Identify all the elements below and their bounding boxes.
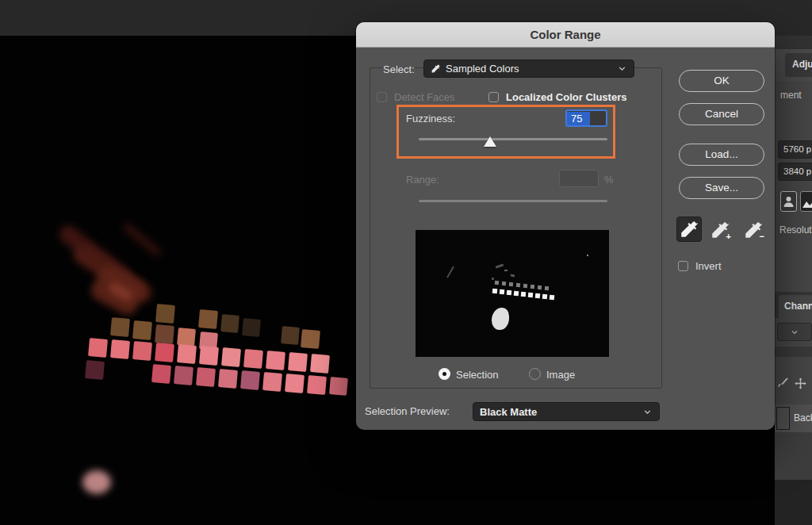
palette-swatch xyxy=(329,377,348,396)
ok-button[interactable]: OK xyxy=(679,70,764,92)
doc-width-field[interactable]: 5760 p xyxy=(778,140,812,159)
preview-swatch-mark xyxy=(535,293,541,299)
eyedropper-icon xyxy=(431,63,441,74)
eyedropper-subtract-button[interactable]: − xyxy=(743,220,764,240)
cancel-button[interactable]: Cancel xyxy=(679,103,764,125)
palette-swatch xyxy=(85,360,105,380)
preview-swatch-mark xyxy=(514,291,519,297)
doc-height-field[interactable]: 3840 p xyxy=(778,163,812,181)
palette-swatch xyxy=(132,320,152,340)
save-button[interactable]: Save... xyxy=(679,177,764,199)
move-tool-icon[interactable] xyxy=(794,377,807,390)
preview-faint-mark xyxy=(587,255,588,256)
preview-swatch-mark xyxy=(495,281,499,285)
panel-divider-strip xyxy=(775,36,812,49)
image-radio[interactable] xyxy=(529,368,541,380)
preview-faint-mark xyxy=(496,263,504,268)
preview-swatch-mark xyxy=(500,289,505,295)
selection-preview-label: Selection Preview: xyxy=(365,405,450,417)
select-dropdown[interactable]: Sampled Colors xyxy=(423,59,634,78)
selection-preview-dropdown[interactable]: Black Matte xyxy=(473,402,660,421)
invert-label: Invert xyxy=(695,260,722,272)
fuzziness-slider[interactable] xyxy=(419,138,607,151)
preview-swatch-mark xyxy=(492,289,498,294)
localized-clusters-label: Localized Color Clusters xyxy=(506,91,626,103)
preview-swatch-mark xyxy=(516,283,520,287)
palette-swatch xyxy=(242,318,261,337)
palette-swatch xyxy=(307,375,327,395)
dialog-title: Color Range xyxy=(356,22,775,48)
preview-faint-mark xyxy=(492,278,494,280)
preview-swatch-mark xyxy=(528,293,534,298)
select-value: Sampled Colors xyxy=(446,63,519,75)
fuzziness-input[interactable]: 75 xyxy=(565,109,607,127)
tab-channels[interactable]: Channel xyxy=(779,295,812,318)
palette-swatch xyxy=(262,372,282,392)
palette-swatch xyxy=(310,354,330,374)
preview-swatch-mark xyxy=(521,292,527,297)
fuzziness-value: 75 xyxy=(567,112,590,125)
hand-silhouette xyxy=(122,222,163,258)
preview-swatch-mark xyxy=(542,294,548,300)
localized-clusters-checkbox[interactable] xyxy=(488,92,499,102)
palette-swatch xyxy=(110,317,130,337)
dialog-titlebar[interactable]: Color Range xyxy=(356,22,775,48)
palette-swatch xyxy=(199,346,219,366)
palette-swatch xyxy=(285,374,304,393)
resolution-label: Resoluti xyxy=(779,224,812,236)
fuzziness-slider-track xyxy=(419,138,607,140)
layer-name: Backg xyxy=(794,412,812,423)
preview-faint-mark xyxy=(446,266,454,278)
tab-adjustments[interactable]: Adju xyxy=(785,53,812,77)
select-label: Select: xyxy=(383,63,415,75)
fuzziness-label: Fuzziness: xyxy=(406,113,455,125)
selection-radio-label: Selection xyxy=(456,369,498,381)
color-range-dialog: Color Range Select: Sampled Colors Detec… xyxy=(356,22,775,430)
palette-swatch xyxy=(110,339,130,359)
landscape-orientation-icon[interactable] xyxy=(800,191,812,212)
channel-dropdown[interactable] xyxy=(777,323,812,341)
selection-preview-thumbnail[interactable] xyxy=(416,230,609,357)
load-button[interactable]: Load... xyxy=(679,144,764,166)
preview-swatch-mark xyxy=(550,295,555,301)
palette-swatch xyxy=(155,304,175,324)
panel-field-strip xyxy=(775,347,812,357)
eyedropper-icon xyxy=(679,219,699,240)
right-panel: Adju ment 5760 p 3840 p Resoluti Channel… xyxy=(775,36,812,525)
plus-glyph: + xyxy=(726,232,731,241)
brush-tool-icon[interactable] xyxy=(776,377,789,389)
range-label: Range: xyxy=(406,174,439,186)
preview-swatch-mark xyxy=(507,290,512,296)
palette-swatch xyxy=(301,329,320,349)
preview-swatch-mark xyxy=(538,285,542,289)
detect-faces-checkbox[interactable] xyxy=(377,92,387,102)
range-unit: % xyxy=(604,174,614,186)
panel-bottom-area xyxy=(775,432,812,480)
preview-swatch-mark xyxy=(509,282,513,286)
document-label: ment xyxy=(780,90,802,101)
preview-blob-mark xyxy=(492,308,509,330)
preview-swatch-mark xyxy=(502,282,506,285)
eyedropper-sample-button[interactable] xyxy=(676,217,702,242)
detect-faces-label: Detect Faces xyxy=(394,91,455,103)
invert-checkbox[interactable] xyxy=(678,261,688,271)
panel-bottom-dark xyxy=(775,480,812,525)
image-radio-label: Image xyxy=(546,369,575,381)
brush-highlight xyxy=(82,470,111,494)
portrait-orientation-icon[interactable] xyxy=(780,191,797,212)
palette-swatch xyxy=(221,347,241,367)
selection-radio[interactable] xyxy=(439,368,450,380)
chevron-down-icon xyxy=(642,407,653,417)
fuzziness-slider-thumb[interactable] xyxy=(484,136,496,147)
range-slider-track xyxy=(419,200,607,202)
eyedropper-add-button[interactable]: + xyxy=(710,220,730,240)
preview-faint-mark xyxy=(511,274,515,277)
palette-swatch xyxy=(155,324,174,344)
chevron-down-icon xyxy=(617,63,627,74)
range-input xyxy=(559,170,599,187)
palette-swatch xyxy=(177,344,197,364)
palette-swatch xyxy=(240,370,260,390)
preview-swatch-mark xyxy=(545,286,549,290)
palette-swatch xyxy=(174,366,193,385)
layer-thumbnail xyxy=(776,407,790,430)
